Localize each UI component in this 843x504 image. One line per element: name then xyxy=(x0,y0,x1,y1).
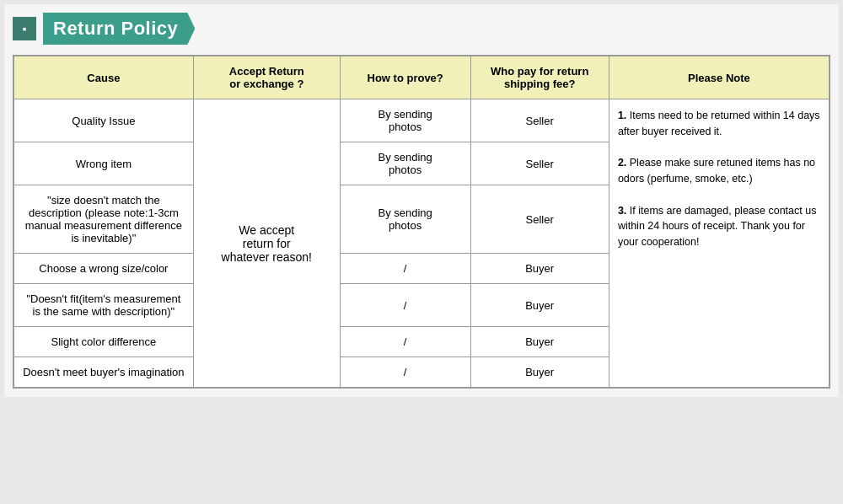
col-header-cause: Cause xyxy=(14,56,194,99)
return-policy-table: Cause Accept Returnor exchange ? How to … xyxy=(13,56,830,388)
prove-wrong-item: By sendingphotos xyxy=(340,142,470,185)
col-header-whopay: Who pay for returnshipping fee? xyxy=(470,56,609,99)
page-header: ▪ Return Policy xyxy=(13,13,830,45)
prove-imagination: / xyxy=(340,357,470,388)
table-header-row: Cause Accept Returnor exchange ? How to … xyxy=(14,56,830,99)
whopay-doesnt-fit: Buyer xyxy=(470,284,609,327)
col-header-note: Please Note xyxy=(609,56,829,99)
return-policy-table-container: Cause Accept Returnor exchange ? How to … xyxy=(13,55,830,389)
whopay-wrong-item: Seller xyxy=(470,142,609,185)
table-row: Quality Issue We acceptreturn forwhateve… xyxy=(14,99,830,142)
cause-wrong-size-color: Choose a wrong size/color xyxy=(14,254,194,284)
prove-color-diff: / xyxy=(340,327,470,357)
whopay-size-mismatch: Seller xyxy=(470,185,609,254)
header-icon: ▪ xyxy=(13,17,36,40)
cause-size-mismatch: "size doesn't match the description (ple… xyxy=(14,185,194,254)
col-header-prove: How to prove? xyxy=(340,56,470,99)
prove-wrong-size-color: / xyxy=(340,254,470,284)
col-header-accept: Accept Returnor exchange ? xyxy=(193,56,340,99)
cause-doesnt-fit: "Doesn't fit(item's measurement is the s… xyxy=(14,284,194,327)
icon-symbol: ▪ xyxy=(23,22,27,35)
cause-quality-issue: Quality Issue xyxy=(14,99,194,142)
prove-quality-issue: By sendingphotos xyxy=(340,99,470,142)
page-wrapper: ▪ Return Policy Cause Accept Returnor ex… xyxy=(4,4,839,397)
header-title-bar: Return Policy xyxy=(43,13,195,45)
page-title: Return Policy xyxy=(53,18,178,40)
prove-doesnt-fit: / xyxy=(340,284,470,327)
whopay-wrong-size-color: Buyer xyxy=(470,254,609,284)
accept-cell: We acceptreturn forwhatever reason! xyxy=(193,99,340,388)
whopay-imagination: Buyer xyxy=(470,357,609,388)
cause-wrong-item: Wrong item xyxy=(14,142,194,185)
whopay-quality-issue: Seller xyxy=(470,99,609,142)
prove-size-mismatch: By sendingphotos xyxy=(340,185,470,254)
cause-imagination: Doesn't meet buyer's imagination xyxy=(14,357,194,388)
note-cell: 1. Items need to be returned within 14 d… xyxy=(609,99,829,388)
cause-color-diff: Slight color difference xyxy=(14,327,194,357)
whopay-color-diff: Buyer xyxy=(470,327,609,357)
